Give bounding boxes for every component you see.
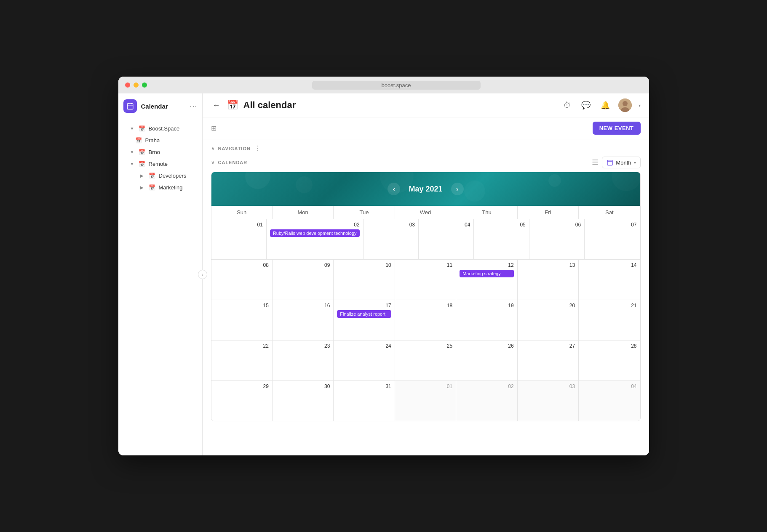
calendar-icon: 📅 — [139, 125, 145, 132]
calendar-cell-2-6[interactable]: 21 — [579, 300, 640, 340]
maximize-dot[interactable] — [142, 82, 147, 88]
sidebar-item-developers[interactable]: ▶ 📅 Developers — [120, 170, 200, 181]
event-pill[interactable]: Finalize analyst report — [337, 310, 391, 318]
calendar-cell-2-2[interactable]: 17Finalize analyst report — [334, 300, 395, 340]
svg-point-5 — [623, 101, 628, 106]
month-label: Month — [616, 160, 631, 166]
calendar-cell-1-0[interactable]: 08 — [211, 260, 273, 300]
calendar-cell-3-5[interactable]: 27 — [518, 340, 579, 380]
cell-date: 30 — [276, 383, 330, 389]
prev-month-button[interactable]: ‹ — [388, 183, 400, 195]
chevron-down-icon: ▼ — [130, 150, 135, 154]
calendar-cell-2-3[interactable]: 18 — [395, 300, 456, 340]
cell-date: 06 — [533, 222, 581, 228]
calendar-cell-4-3[interactable]: 01 — [395, 381, 456, 421]
calendar-cell-1-5[interactable]: 13 — [518, 260, 579, 300]
back-button[interactable]: ← — [211, 99, 222, 112]
calendar-cell-4-6[interactable]: 04 — [579, 381, 640, 421]
calendar-cell-0-5[interactable]: 06 — [529, 219, 585, 259]
calendar-cell-4-2[interactable]: 31 — [334, 381, 395, 421]
calendar-section-toggle[interactable]: ∨ — [211, 160, 215, 165]
calendar-section-header: ∨ CALENDAR ☰ Month ▾ — [211, 157, 641, 168]
calendar-cell-3-1[interactable]: 23 — [273, 340, 334, 380]
sidebar-item-brno[interactable]: ▼ 📅 Brno — [120, 146, 200, 158]
url-bar[interactable]: boost.space — [312, 81, 481, 90]
day-header-mon: Mon — [273, 206, 334, 219]
calendar-cell-4-5[interactable]: 03 — [518, 381, 579, 421]
day-header-sat: Sat — [579, 206, 640, 219]
day-header-fri: Fri — [518, 206, 579, 219]
calendar-cell-3-3[interactable]: 25 — [395, 340, 456, 380]
navigation-toggle[interactable]: ∧ — [211, 146, 215, 152]
calendar-icon: 📅 — [149, 173, 155, 179]
calendar-cell-1-2[interactable]: 10 — [334, 260, 395, 300]
calendar-area: ∧ NAVIGATION ⋮ ∨ CALENDAR ☰ Month — [203, 139, 649, 455]
new-event-button[interactable]: NEW EVENT — [593, 122, 641, 135]
day-header-thu: Thu — [456, 206, 517, 219]
calendar-cell-3-0[interactable]: 22 — [211, 340, 273, 380]
cell-date: 20 — [521, 303, 575, 309]
cell-date: 01 — [215, 222, 263, 228]
cell-date: 09 — [276, 262, 330, 268]
sidebar-item-remote[interactable]: ▼ 📅 Remote — [120, 158, 200, 170]
calendar-cell-4-4[interactable]: 02 — [456, 381, 517, 421]
calendar-cell-3-4[interactable]: 26 — [456, 340, 517, 380]
calendar-cell-0-3[interactable]: 04 — [419, 219, 474, 259]
navigation-section-menu[interactable]: ⋮ — [254, 144, 261, 152]
minimize-dot[interactable] — [134, 82, 139, 88]
cell-date: 18 — [398, 303, 452, 309]
calendar-cell-1-1[interactable]: 09 — [273, 260, 334, 300]
sidebar-item-label: Praha — [145, 137, 160, 144]
chat-icon[interactable]: 💬 — [580, 99, 592, 112]
close-dot[interactable] — [125, 82, 130, 88]
sidebar-more-button[interactable]: ⋯ — [190, 101, 197, 111]
calendar-cell-2-5[interactable]: 20 — [518, 300, 579, 340]
calendar-cell-1-4[interactable]: 12Marketing strategy — [456, 260, 517, 300]
calendar-cell-0-0[interactable]: 01 — [211, 219, 267, 259]
calendar-cell-1-6[interactable]: 14 — [579, 260, 640, 300]
cell-date: 08 — [215, 262, 269, 268]
avatar-chevron-icon[interactable]: ▾ — [639, 103, 641, 108]
calendar-cell-2-1[interactable]: 16 — [273, 300, 334, 340]
header-icons: ⏱ 💬 🔔 ▾ — [562, 98, 641, 112]
cell-date: 16 — [276, 303, 330, 309]
calendar-cell-0-2[interactable]: 03 — [363, 219, 419, 259]
cell-date: 21 — [582, 303, 636, 309]
event-pill[interactable]: Marketing strategy — [460, 270, 513, 277]
next-month-button[interactable]: › — [451, 183, 464, 195]
calendar-cell-3-6[interactable]: 28 — [579, 340, 640, 380]
day-header-tue: Tue — [334, 206, 395, 219]
cell-date: 24 — [337, 343, 391, 349]
calendar-cell-3-2[interactable]: 24 — [334, 340, 395, 380]
day-headers: Sun Mon Tue Wed Thu Fri Sat — [211, 206, 640, 219]
sidebar-item-label: Remote — [149, 161, 168, 167]
toolbar: ⊞ NEW EVENT — [203, 117, 649, 139]
calendar-cell-0-1[interactable]: 02Ruby/Rails web development technology — [267, 219, 363, 259]
calendar-cell-0-4[interactable]: 05 — [474, 219, 529, 259]
calendar-cell-2-4[interactable]: 19 — [456, 300, 517, 340]
sidebar-item-marketing[interactable]: ▶ 📅 Marketing — [120, 182, 200, 193]
notification-icon[interactable]: 🔔 — [599, 99, 612, 112]
month-selector[interactable]: Month ▾ — [602, 157, 640, 168]
filter-button[interactable]: ⊞ — [211, 124, 216, 132]
sidebar-collapse-button[interactable]: ‹ — [198, 270, 207, 279]
cell-date: 25 — [398, 343, 452, 349]
app-body: Calendar ⋯ ▼ 📅 Boost.Space 📅 Praha ▼ — [118, 93, 649, 455]
event-pill[interactable]: Ruby/Rails web development technology — [270, 229, 360, 237]
calendar-cell-0-6[interactable]: 07 — [585, 219, 640, 259]
calendar-cell-4-0[interactable]: 29 — [211, 381, 273, 421]
cell-date: 12 — [460, 262, 513, 268]
timer-icon[interactable]: ⏱ — [562, 99, 573, 112]
calendar-cell-4-1[interactable]: 30 — [273, 381, 334, 421]
sidebar-nav: ▼ 📅 Boost.Space 📅 Praha ▼ 📅 Brno — [118, 119, 202, 455]
sidebar-item-praha[interactable]: 📅 Praha — [120, 135, 200, 146]
main-content: ← 📅 All calendar ⏱ 💬 🔔 ▾ — [203, 93, 649, 455]
calendar-cell-1-3[interactable]: 11 — [395, 260, 456, 300]
calendar-icon: 📅 — [139, 149, 145, 155]
list-view-icon[interactable]: ☰ — [592, 158, 599, 167]
sidebar-item-boost-space[interactable]: ▼ 📅 Boost.Space — [120, 123, 200, 134]
calendar-cell-2-0[interactable]: 15 — [211, 300, 273, 340]
avatar[interactable] — [618, 98, 632, 112]
cell-date: 28 — [582, 343, 636, 349]
cell-date: 04 — [582, 383, 636, 389]
